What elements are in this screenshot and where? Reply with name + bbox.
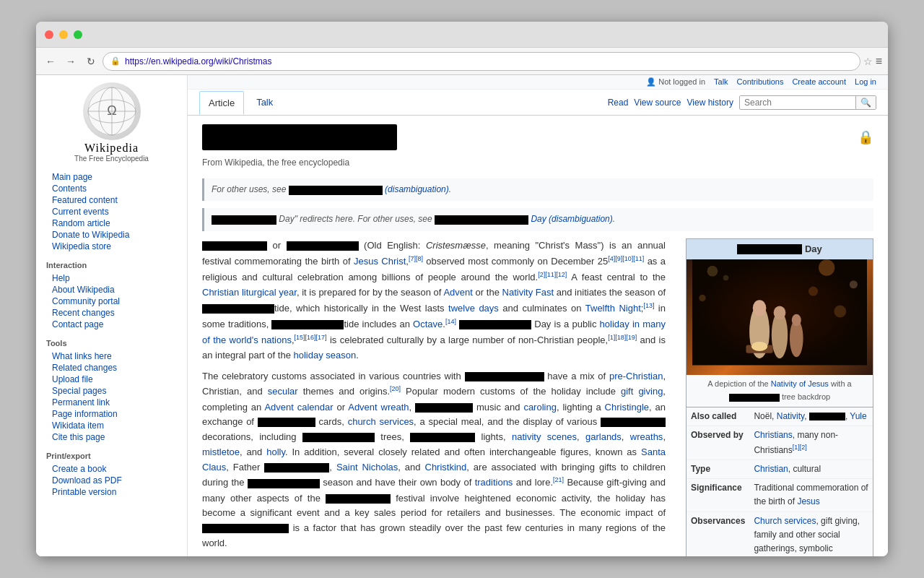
sidebar-item-donate[interactable]: Donate to Wikipedia: [46, 229, 177, 241]
svg-point-19: [792, 314, 801, 327]
saint-nicholas-link[interactable]: Saint Nicholas: [336, 462, 398, 473]
sidebar-item-page-info[interactable]: Page information: [46, 408, 177, 420]
sidebar-item-contact[interactable]: Contact page: [46, 319, 177, 330]
advent-wreath-link[interactable]: Advent wreath: [348, 402, 409, 413]
sidebar-item-featured[interactable]: Featured content: [46, 194, 177, 206]
wreaths-link[interactable]: wreaths: [630, 431, 663, 442]
talk-link[interactable]: Talk: [714, 77, 728, 87]
nativity-link[interactable]: Nativity: [777, 411, 804, 421]
sidebar-item-cite[interactable]: Cite this page: [46, 431, 177, 443]
sidebar-item-what-links[interactable]: What links here: [46, 350, 177, 362]
log-in-link[interactable]: Log in: [855, 77, 876, 87]
gift-giving-link[interactable]: gift giving: [621, 387, 663, 397]
disambiguation-link-1[interactable]: (disambiguation): [385, 184, 449, 194]
disambig-notice-2: Day" redirects here. For other uses, see…: [202, 208, 873, 230]
sidebar-interaction-title: Interaction: [46, 261, 177, 269]
redacted-economic: [202, 524, 289, 533]
nativity-scenes-link[interactable]: nativity scenes: [512, 431, 577, 442]
tab-talk[interactable]: Talk: [247, 90, 282, 114]
secular-link[interactable]: secular: [268, 387, 298, 397]
twelve-days-link[interactable]: twelve days: [448, 303, 499, 314]
infobox-row-significance: Significance Traditional commemoration o…: [687, 479, 873, 512]
holiday-season-link[interactable]: holiday season: [293, 350, 356, 361]
infobox-row-observed-by: Observed by Christians, many non-Christi…: [687, 426, 873, 460]
traditions-link[interactable]: traditions: [475, 478, 513, 488]
infobox-title-day: Day: [805, 243, 822, 254]
christian-link[interactable]: Christian: [754, 464, 788, 474]
sidebar-item-help[interactable]: Help: [46, 272, 177, 284]
redacted-tide: [271, 320, 344, 329]
back-button[interactable]: ←: [42, 53, 59, 70]
church-services-link2[interactable]: Church services: [754, 516, 816, 526]
sidebar-item-create-book[interactable]: Create a book: [46, 463, 177, 475]
sidebar-item-random[interactable]: Random article: [46, 217, 177, 229]
minimize-button[interactable]: [59, 30, 68, 39]
jesus-link[interactable]: Jesus: [797, 496, 819, 506]
jesus-christ-link[interactable]: Jesus Christ: [354, 256, 406, 267]
read-link[interactable]: Read: [608, 98, 629, 108]
sidebar-item-main-page[interactable]: Main page: [46, 171, 177, 183]
sidebar-item-special[interactable]: Special pages: [46, 385, 177, 397]
mistletoe-link[interactable]: mistletoe: [202, 447, 240, 457]
christkind-link[interactable]: Christkind: [425, 462, 467, 473]
disambig-notice-1: For other uses, see (disambiguation).: [202, 178, 873, 201]
search-button[interactable]: 🔍: [855, 96, 876, 109]
christians-link[interactable]: Christians: [754, 430, 792, 440]
sidebar-item-printable[interactable]: Printable version: [46, 486, 177, 498]
garlands-link[interactable]: garlands: [585, 431, 622, 442]
redacted-customs: [465, 372, 544, 381]
sidebar-item-store[interactable]: Wikipedia store: [46, 241, 177, 252]
bookmark-button[interactable]: ☆: [863, 56, 873, 67]
sidebar-item-community[interactable]: Community portal: [46, 296, 177, 307]
sidebar-item-recent[interactable]: Recent changes: [46, 307, 177, 319]
svg-point-13: [808, 287, 818, 296]
contributions-link[interactable]: Contributions: [737, 77, 784, 87]
maximize-button[interactable]: [74, 30, 82, 39]
redacted-cards: [258, 418, 315, 427]
church-services-link[interactable]: church services: [348, 416, 414, 427]
advent-link[interactable]: Advent: [443, 287, 472, 298]
holly-link[interactable]: holly: [266, 447, 285, 457]
redacted-1: [289, 186, 383, 195]
sidebar-item-events[interactable]: Current events: [46, 206, 177, 217]
svg-point-7: [707, 266, 718, 277]
yule-link[interactable]: Yule: [850, 411, 866, 421]
redacted-also: [809, 413, 845, 420]
menu-button[interactable]: ≡: [876, 55, 882, 68]
sidebar-item-contents[interactable]: Contents: [46, 183, 177, 194]
infobox-title-redacted: [737, 244, 802, 254]
redacted-trees: [302, 433, 375, 442]
nativity-fast-link[interactable]: Nativity Fast: [502, 287, 554, 298]
sidebar-item-about[interactable]: About Wikipedia: [46, 284, 177, 296]
christian-liturgical-link[interactable]: Christian liturgical year: [202, 287, 297, 298]
caroling-link[interactable]: caroling: [523, 402, 557, 413]
sidebar-item-upload[interactable]: Upload file: [46, 374, 177, 385]
octave-link[interactable]: Octave: [413, 319, 443, 329]
close-button[interactable]: [45, 30, 53, 39]
sidebar-item-related-changes[interactable]: Related changes: [46, 362, 177, 374]
reload-button[interactable]: ↻: [82, 53, 100, 70]
twelfth-night-link[interactable]: Twelfth Night: [585, 303, 641, 314]
nativity-of-jesus-link[interactable]: Nativity of Jesus: [771, 379, 829, 388]
redacted-festival: [326, 494, 391, 504]
view-source-link[interactable]: View source: [634, 98, 681, 108]
article-content: 🔒 From Wikipedia, the free encyclopedia …: [188, 116, 888, 556]
disambiguation-link-2[interactable]: Day (disambiguation): [531, 214, 612, 224]
address-bar[interactable]: 🔒 https://en.wikipedia.org/wiki/Christma…: [103, 52, 860, 71]
redacted-season: [202, 304, 274, 314]
search-input[interactable]: [740, 96, 855, 109]
pre-christian-link[interactable]: pre-Christian: [609, 371, 663, 381]
infobox-row-type: Type Christian, cultural: [687, 460, 873, 479]
view-history-link[interactable]: View history: [687, 98, 733, 108]
tab-article[interactable]: Article: [199, 91, 244, 115]
wiki-logo-title: Wikipedia: [46, 142, 177, 155]
svg-text:Ω: Ω: [107, 103, 116, 118]
sidebar-item-wikidata[interactable]: Wikidata item: [46, 420, 177, 431]
sidebar-item-permanent[interactable]: Permanent link: [46, 397, 177, 408]
article-title-redacted: [202, 124, 397, 150]
advent-calendar-link[interactable]: Advent calendar: [264, 402, 333, 413]
create-account-link[interactable]: Create account: [792, 77, 846, 87]
sidebar-item-download-pdf[interactable]: Download as PDF: [46, 475, 177, 486]
forward-button[interactable]: →: [62, 53, 79, 70]
christingle-link[interactable]: Christingle: [605, 402, 649, 413]
